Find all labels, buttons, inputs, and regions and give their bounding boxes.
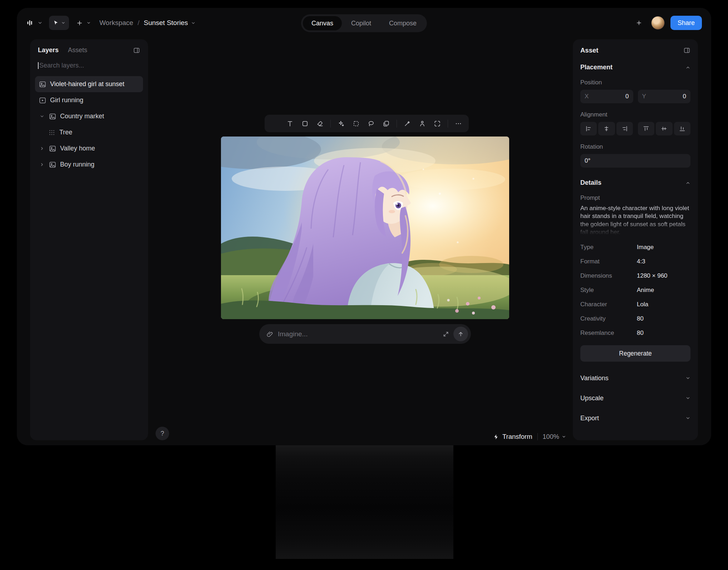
search-layers-input[interactable]: Search layers... xyxy=(35,59,143,72)
position-inputs: X 0 Y 0 xyxy=(580,90,690,103)
submit-prompt-button[interactable] xyxy=(453,327,468,341)
tool-select-button[interactable] xyxy=(49,16,69,30)
layers-panel: Layers Assets Search layers... Violet-ha… xyxy=(30,39,148,440)
tab-copilot[interactable]: Copilot xyxy=(343,16,380,30)
alignment-controls xyxy=(580,122,690,135)
canvas-footer-controls: Transform 100% xyxy=(493,430,566,443)
regenerate-button[interactable]: Regenerate xyxy=(580,345,690,362)
details-section-header[interactable]: Details xyxy=(580,179,690,187)
detail-row: Format 4:3 xyxy=(580,254,690,269)
cursor-icon xyxy=(53,20,59,26)
tab-compose[interactable]: Compose xyxy=(380,16,425,30)
more-tools-button[interactable] xyxy=(451,116,466,131)
extra-sections: Variations Upscale Export xyxy=(580,368,690,428)
align-top-button[interactable] xyxy=(638,122,654,135)
detail-row: Style Anime xyxy=(580,283,690,297)
rotation-input[interactable]: 0° xyxy=(580,154,690,168)
collapse-panel-icon[interactable] xyxy=(683,47,690,54)
layer-row[interactable]: Girl running xyxy=(35,92,143,108)
detail-row: Dimensions 1280 × 960 xyxy=(580,269,690,283)
detail-value: 1280 × 960 xyxy=(637,272,668,279)
canvas-image-violet-haired-girl[interactable] xyxy=(221,137,509,319)
layer-label: Valley home xyxy=(60,145,95,152)
chevron-right-icon[interactable] xyxy=(39,162,45,167)
layer-row[interactable]: Boy running xyxy=(35,157,143,173)
add-chevron-down-icon[interactable] xyxy=(87,21,91,25)
breadcrumb-workspace[interactable]: Workspace xyxy=(99,19,133,27)
chevron-up-icon xyxy=(685,65,690,70)
paperclip-icon[interactable] xyxy=(266,331,274,338)
chevron-right-icon[interactable] xyxy=(39,146,45,151)
prompt-input[interactable]: Imagine... xyxy=(278,330,438,338)
marquee-select-tool-button[interactable] xyxy=(349,116,363,131)
share-button[interactable]: Share xyxy=(670,16,702,30)
prompt-label: Prompt xyxy=(580,194,690,202)
shape-tool-button[interactable] xyxy=(298,116,312,131)
expand-icon[interactable] xyxy=(443,331,449,337)
eraser-tool-button[interactable] xyxy=(313,116,327,131)
tab-assets[interactable]: Assets xyxy=(68,46,87,54)
align-left-button[interactable] xyxy=(580,122,597,135)
breadcrumb-separator: / xyxy=(138,19,139,27)
vertical-align-group xyxy=(638,122,690,135)
chevron-down-icon xyxy=(685,416,690,421)
asset-panel-header: Asset xyxy=(580,46,690,54)
help-button[interactable]: ? xyxy=(156,427,169,440)
tab-layers[interactable]: Layers xyxy=(38,46,59,54)
pose-tool-button[interactable] xyxy=(415,116,429,131)
layer-row[interactable]: Country market xyxy=(35,108,143,124)
placement-section-header[interactable]: Placement xyxy=(580,64,690,71)
y-label: Y xyxy=(642,93,646,100)
breadcrumb-project[interactable]: Sunset Stories xyxy=(144,19,196,27)
position-x-input[interactable]: X 0 xyxy=(580,90,633,103)
video-layer-icon xyxy=(39,96,46,104)
layer-row[interactable]: Violet-haired girl at sunset xyxy=(35,76,143,92)
chevron-down-icon[interactable] xyxy=(39,114,45,119)
position-y-input[interactable]: Y 0 xyxy=(638,90,691,103)
transform-button[interactable]: Transform xyxy=(493,433,532,441)
export-section-header[interactable]: Export xyxy=(580,408,690,428)
image-layer-icon xyxy=(39,80,46,88)
add-object-button[interactable] xyxy=(76,20,83,26)
layers-tool-button[interactable] xyxy=(379,116,393,131)
upscale-section-header[interactable]: Upscale xyxy=(580,388,690,408)
image-layer-icon xyxy=(49,145,56,153)
collapse-panel-icon[interactable] xyxy=(133,47,140,54)
layer-row[interactable]: Tree xyxy=(44,124,143,140)
detail-key: Style xyxy=(580,287,637,294)
chevron-down-icon xyxy=(685,396,690,401)
wand-tool-button[interactable] xyxy=(400,116,414,131)
layer-row[interactable]: Valley home xyxy=(35,140,143,157)
layer-label: Boy running xyxy=(60,161,94,168)
draw-tool-button[interactable] xyxy=(268,116,282,131)
zoom-control[interactable]: 100% xyxy=(543,433,566,441)
layer-list: Violet-haired girl at sunset Girl runnin… xyxy=(35,76,143,173)
detail-value: Image xyxy=(637,244,654,251)
align-right-button[interactable] xyxy=(616,122,633,135)
align-middle-v-button[interactable] xyxy=(656,122,672,135)
text-tool-button[interactable] xyxy=(283,116,297,131)
app-window: Workspace / Sunset Stories Canvas Copilo… xyxy=(17,8,711,445)
chevron-down-icon xyxy=(685,376,690,381)
detail-row: Character Lola xyxy=(580,297,690,312)
variations-section-header[interactable]: Variations xyxy=(580,368,690,388)
align-bottom-button[interactable] xyxy=(674,122,690,135)
logo-chevron-down-icon[interactable] xyxy=(38,20,43,25)
project-chevron-down-icon xyxy=(191,21,196,25)
tab-canvas[interactable]: Canvas xyxy=(303,16,342,30)
section-title: Details xyxy=(580,179,601,187)
detail-key: Type xyxy=(580,244,637,251)
lasso-tool-button[interactable] xyxy=(364,116,378,131)
waveform-logo-icon[interactable] xyxy=(26,19,34,27)
detail-row: Resemlance 80 xyxy=(580,326,690,340)
avatar[interactable] xyxy=(651,16,665,30)
prompt-bar[interactable]: Imagine... xyxy=(259,324,471,344)
x-label: X xyxy=(585,93,589,100)
layer-label: Violet-haired girl at sunset xyxy=(50,80,124,88)
align-center-h-button[interactable] xyxy=(598,122,615,135)
detail-value: 80 xyxy=(637,315,644,322)
detail-key: Creativity xyxy=(580,315,637,322)
effects-tool-button[interactable] xyxy=(334,116,348,131)
frame-tool-button[interactable] xyxy=(430,116,444,131)
invite-plus-button[interactable] xyxy=(633,16,645,29)
